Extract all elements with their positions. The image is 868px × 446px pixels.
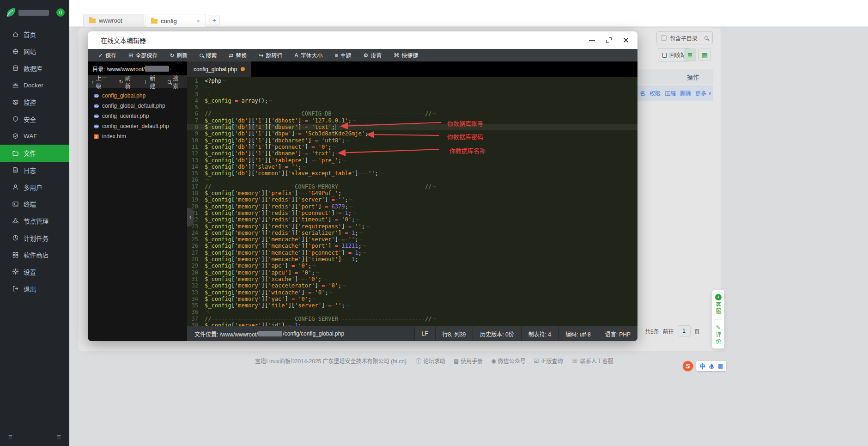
sidebar-item-label: 文件 — [24, 148, 36, 158]
sidebar-item-terminal[interactable]: 终端 — [0, 196, 69, 213]
close-tab-icon[interactable]: × — [196, 18, 200, 24]
file-item[interactable]: phpconfig_ucenter_default.php — [88, 121, 187, 131]
up-level-button[interactable]: ↑上一级 — [88, 74, 115, 90]
settings-button[interactable]: ⚙设置 — [357, 49, 388, 61]
sidebar-item-users[interactable]: 多用户 — [0, 178, 69, 196]
file-item[interactable]: 5index.htm — [88, 131, 187, 141]
save-button[interactable]: ✓保存 — [92, 49, 122, 61]
code-line: 14$_config['db']['slave']·=·'';¬ — [187, 164, 637, 170]
message-count-badge[interactable]: 0 — [56, 8, 65, 17]
file-item[interactable]: phpconfig_global_default.php — [88, 101, 187, 111]
collapse-panel-handle[interactable]: ‹ — [187, 208, 194, 226]
sidebar-item-database[interactable]: 数据库 — [0, 60, 69, 77]
sidebar-item-logout[interactable]: 退出 — [0, 280, 69, 297]
line-number: 12 — [187, 150, 205, 157]
code-line: 6//--------------------------·CONFIG·DB·… — [187, 110, 637, 117]
sidebar-item-store[interactable]: 软件商店 — [0, 246, 69, 263]
search-button[interactable]: 搜索 — [164, 74, 187, 90]
line-number: 4 — [187, 98, 205, 104]
replace-button[interactable]: ⇄替换 — [223, 49, 253, 61]
code-line: 27$_config['memory']['memcache']['pconne… — [187, 250, 637, 256]
maximize-icon[interactable] — [606, 37, 612, 43]
menu-layout-icon[interactable]: ≡ — [57, 433, 61, 440]
code-line: 38$_config['server']['id']·=·1;¬ — [187, 322, 637, 326]
refresh-button[interactable]: ↻刷新 — [164, 49, 194, 61]
microphone-icon[interactable] — [710, 364, 713, 368]
service-label: 客服 — [714, 302, 722, 315]
editor-tab[interactable]: config_global.php — [187, 61, 251, 77]
code-line: 37//------------------------·CONFIG·SERV… — [187, 316, 637, 322]
sidebar-item-logs[interactable]: 日志 — [0, 162, 69, 179]
line-number: 13 — [187, 157, 205, 164]
sidebar-item-site[interactable]: 网站 — [0, 43, 69, 60]
line-number: 29 — [187, 263, 205, 269]
sidebar-item-nodes[interactable]: 节点管理 — [0, 213, 69, 230]
php-file-icon: php — [93, 123, 99, 129]
file-item[interactable]: phpconfig_ucenter.php — [88, 111, 187, 121]
code-line: 3¬ — [187, 91, 637, 98]
code-line: 7$_config['db']['1']['dbhost']·=·'127.0.… — [187, 117, 637, 124]
button-label: 保存 — [105, 51, 116, 59]
sidebar-item-label: 首页 — [24, 30, 36, 39]
bt-logo-icon — [5, 7, 16, 18]
customer-service-button[interactable]: ◖ 客服 — [714, 294, 722, 315]
status-segments: LF行8, 列39历史版本: 0份制表符: 4编码: utf-8语言: PHP — [414, 326, 637, 341]
site-icon — [12, 48, 19, 55]
sidebar-item-cron[interactable]: 计划任务 — [0, 229, 69, 246]
line-number: 7 — [187, 117, 205, 124]
minimize-icon[interactable] — [589, 40, 595, 41]
sidebar-item-label: Docker — [24, 82, 43, 89]
theme-button[interactable]: ≡主题 — [328, 49, 357, 61]
goto-line-button[interactable]: ↪跳转行 — [253, 49, 288, 61]
line-number: 35 — [187, 302, 205, 309]
file-item[interactable]: phpconfig_global.php — [88, 91, 187, 101]
code-lines: 1<?php¬2¬3¬4$_config·=·array();¬5¬6//---… — [187, 78, 637, 326]
sidebar-item-docker[interactable]: Docker — [0, 77, 69, 94]
sidebar-bottom: ≡ ≡ — [0, 433, 69, 440]
sidebar-item-monitor[interactable]: 监控 — [0, 94, 69, 111]
sidebar-item-home[interactable]: 首页 — [0, 26, 69, 43]
sidebar-item-security[interactable]: 安全 — [0, 110, 69, 128]
line-number: 8 — [187, 124, 205, 130]
logs-icon — [12, 166, 19, 173]
sidebar-item-label: WAF — [24, 133, 37, 140]
sidebar-item-settings[interactable]: 设置 — [0, 263, 69, 281]
refresh-button[interactable]: ↻刷新 — [115, 74, 140, 90]
redacted-path-segment — [145, 66, 169, 72]
font-size-button[interactable]: A字体大小 — [288, 49, 328, 61]
search-icon — [200, 54, 203, 57]
close-icon[interactable]: ✕ — [623, 37, 629, 44]
collapse-sidebar-icon[interactable]: ≡ — [8, 433, 12, 440]
security-icon — [12, 116, 19, 122]
new-file-button[interactable]: ＋新建 — [139, 74, 164, 90]
code-line: 31$_config['memory']['xcache']·=·'0';¬ — [187, 276, 637, 282]
code-line: 22$_config['memory']['redis']['timeout']… — [187, 216, 637, 223]
search-button[interactable]: 搜索 — [194, 49, 223, 61]
php-file-icon: php — [93, 113, 99, 119]
sogou-input-icon[interactable]: S — [683, 361, 693, 371]
files-icon — [12, 150, 19, 157]
shortcuts-button[interactable]: ⌘快捷键 — [388, 49, 424, 61]
save-all-button[interactable]: ⊞全部保存 — [122, 49, 164, 61]
file-panel: 目录: /www/wwwroot/. ↑上一级↻刷新＋新建搜索 phpconfi… — [88, 61, 187, 341]
code-line: 4$_config·=·array();¬ — [187, 98, 637, 104]
line-number: 3 — [187, 91, 205, 98]
code-line: 12$_config['db']['1']['dbname']·=·'tcxt'… — [187, 150, 637, 157]
button-label: 主题 — [340, 51, 351, 59]
sidebar-item-waf[interactable]: WAF — [0, 128, 69, 145]
add-tab-button[interactable]: + — [209, 15, 220, 25]
line-number: 2 — [187, 84, 205, 91]
code-line: 9$_config['db']['1']['dbpw']·=·'Scb3d8at… — [187, 130, 637, 137]
line-number: 32 — [187, 282, 205, 289]
rate-button[interactable]: ✎ 评价 — [714, 324, 722, 345]
tab-wwwroot[interactable]: wwwroot — [83, 14, 144, 27]
ime-grid-icon[interactable]: ▦ — [718, 363, 723, 369]
code-editor[interactable]: 1<?php¬2¬3¬4$_config·=·array();¬5¬6//---… — [187, 77, 637, 326]
code-line: 15$_config['db']['common']['slave_except… — [187, 170, 637, 177]
ime-language-toggle[interactable]: 中 — [699, 361, 705, 370]
button-label: 上一级 — [96, 74, 112, 90]
path-tab-bar: wwwroot config × + — [69, 0, 868, 27]
code-line: 34$_config['memory']['yac']·=·'0';¬ — [187, 296, 637, 302]
tab-config[interactable]: config × — [145, 14, 206, 27]
sidebar-item-files[interactable]: 文件 — [0, 145, 69, 162]
